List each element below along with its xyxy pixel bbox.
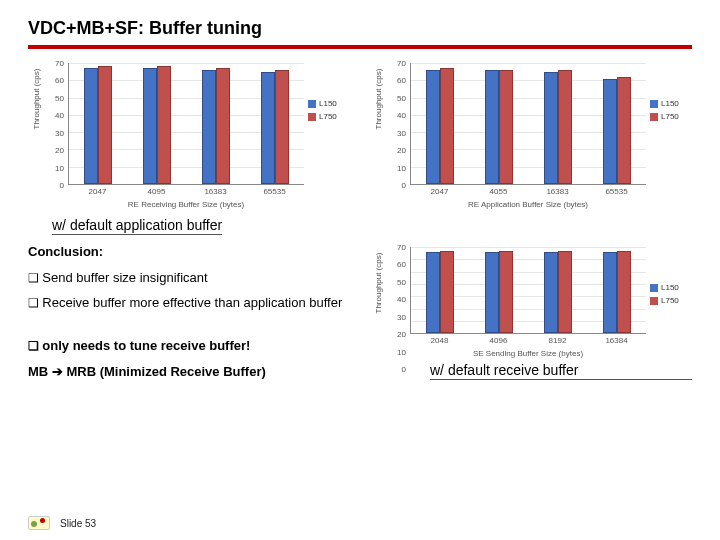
chart-legend: L150L750 (650, 99, 692, 125)
bar (440, 68, 454, 184)
caption-default-receive-buffer: w/ default receive buffer (430, 362, 692, 380)
bar-group (529, 63, 588, 184)
bar (603, 252, 617, 333)
bar-group (470, 63, 529, 184)
x-tick: 65535 (245, 187, 304, 197)
y-tick: 50 (397, 93, 406, 102)
bar (558, 70, 572, 184)
chart-legend: L150L750 (650, 283, 692, 309)
chart-application-buffer: Throughput (cps)010203040506070204740551… (370, 59, 692, 209)
y-axis-label: Throughput (cps) (374, 49, 383, 149)
y-tick: 30 (55, 128, 64, 137)
bar (440, 251, 454, 334)
y-tick: 70 (397, 243, 406, 252)
bar (157, 66, 171, 184)
y-tick: 10 (397, 163, 406, 172)
legend-item: L150 (650, 283, 692, 292)
bar (499, 70, 513, 184)
footer: Slide 53 (28, 516, 96, 530)
y-tick: 60 (397, 260, 406, 269)
bullet-tune-receive: only needs to tune receive buffer! (28, 337, 350, 355)
top-charts-row: Throughput (cps)010203040506070204740951… (28, 59, 692, 209)
y-tick: 30 (397, 312, 406, 321)
bullet-send-insignificant: Send buffer size insignificant (28, 269, 350, 287)
bar-group (128, 63, 187, 184)
y-tick: 40 (55, 111, 64, 120)
y-tick: 60 (55, 76, 64, 85)
legend-item: L750 (650, 112, 692, 121)
bar (202, 70, 216, 184)
y-axis-label: Throughput (cps) (374, 233, 383, 333)
bar-group (187, 63, 246, 184)
x-tick: 2048 (410, 336, 469, 346)
legend-item: L750 (650, 296, 692, 305)
y-tick: 50 (55, 93, 64, 102)
bar-group (69, 63, 128, 184)
y-tick: 20 (55, 146, 64, 155)
slide-title: VDC+MB+SF: Buffer tuning (28, 18, 692, 45)
x-tick: 2047 (410, 187, 469, 197)
legend-swatch (650, 297, 658, 305)
y-tick: 70 (55, 59, 64, 68)
x-tick: 65535 (587, 187, 646, 197)
y-tick: 0 (402, 181, 406, 190)
x-axis-label: SE Sending Buffer Size (bytes) (410, 349, 646, 358)
bar (617, 251, 631, 334)
legend-label: L150 (661, 283, 679, 292)
x-tick: 16384 (587, 336, 646, 346)
bar (143, 68, 157, 184)
legend-item: L750 (308, 112, 350, 121)
chart-legend: L150L750 (308, 99, 350, 125)
y-tick: 0 (60, 181, 64, 190)
logo-icon (28, 516, 50, 530)
bar (426, 252, 440, 333)
x-tick: 8192 (528, 336, 587, 346)
bar (485, 70, 499, 184)
x-axis-label: RE Application Buffer Size (bytes) (410, 200, 646, 209)
y-tick: 40 (397, 295, 406, 304)
bar-group (411, 247, 470, 333)
bar (558, 251, 572, 334)
conclusion-block: Conclusion: Send buffer size insignifica… (28, 243, 350, 388)
x-axis-label: RE Receiving Buffer Size (bytes) (68, 200, 304, 209)
bar-group (587, 247, 646, 333)
legend-item: L150 (650, 99, 692, 108)
bar-group (245, 63, 304, 184)
legend-swatch (650, 284, 658, 292)
bar (544, 252, 558, 333)
bar (485, 252, 499, 333)
caption-default-app-buffer: w/ default application buffer (52, 217, 222, 235)
y-tick: 10 (397, 347, 406, 356)
bullet-receive-effective: Receive buffer more effective than appli… (28, 294, 350, 312)
legend-label: L150 (661, 99, 679, 108)
bar (426, 70, 440, 184)
legend-label: L150 (319, 99, 337, 108)
bar (544, 72, 558, 184)
legend-swatch (650, 113, 658, 121)
x-tick: 4096 (469, 336, 528, 346)
bar (617, 77, 631, 184)
bar-group (587, 63, 646, 184)
y-tick: 0 (402, 365, 406, 374)
legend-label: L750 (661, 296, 679, 305)
chart-sending-buffer: Throughput (cps)010203040506070204840968… (370, 243, 692, 358)
bar-group (411, 63, 470, 184)
title-rule (28, 45, 692, 49)
conclusion-heading: Conclusion: (28, 243, 350, 261)
legend-item: L150 (308, 99, 350, 108)
legend-label: L750 (319, 112, 337, 121)
legend-swatch (308, 100, 316, 108)
bar-group (470, 247, 529, 333)
bar (98, 66, 112, 184)
chart-plot-area (68, 63, 304, 185)
chart-plot-area (410, 63, 646, 185)
y-tick: 60 (397, 76, 406, 85)
bar (499, 251, 513, 334)
y-tick: 30 (397, 128, 406, 137)
bar (216, 68, 230, 184)
y-tick: 20 (397, 330, 406, 339)
y-axis-label: Throughput (cps) (32, 49, 41, 149)
bar-group (529, 247, 588, 333)
chart-plot-area (410, 247, 646, 334)
x-tick: 4055 (469, 187, 528, 197)
